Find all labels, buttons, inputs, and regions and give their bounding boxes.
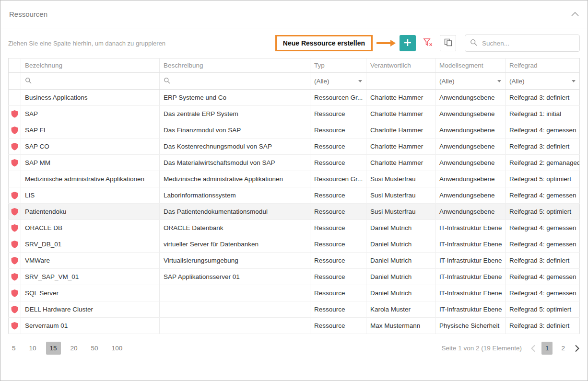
cell-modellsegment: Anwendungsebene bbox=[435, 139, 506, 155]
annotation-callout: Neue Ressource erstellen bbox=[275, 35, 373, 51]
cell-modellsegment: Anwendungsebene bbox=[435, 90, 506, 106]
cell-beschreibung bbox=[160, 318, 310, 334]
filter-verantwortlich[interactable] bbox=[366, 73, 435, 90]
cell-reifegrad: Reifegrad 4: gemessen bbox=[506, 220, 580, 236]
table-row[interactable]: Serverraum 01RessourceMax MustermannPhys… bbox=[9, 318, 580, 334]
cell-beschreibung: Medizinische administrative Applikatione… bbox=[160, 171, 310, 187]
table-row[interactable]: SQL ServerRessourceDaniel MutrichIT-Infr… bbox=[9, 285, 580, 301]
cell-verantwortlich: Charlotte Hammer bbox=[366, 90, 435, 106]
row-type-cell bbox=[9, 269, 21, 285]
column-header-reifegrad[interactable]: Reifegrad bbox=[506, 58, 580, 73]
prev-page-icon[interactable] bbox=[530, 345, 536, 352]
table-row[interactable]: DELL Hardware ClusterRessourceKarola Mus… bbox=[9, 301, 580, 318]
row-type-cell bbox=[9, 187, 21, 204]
table-row[interactable]: ORACLE DBORACLE DatenbankRessourceDaniel… bbox=[9, 220, 580, 236]
row-type-cell bbox=[9, 155, 21, 171]
page-number[interactable]: 1 bbox=[541, 342, 553, 355]
column-header-typ[interactable]: Typ bbox=[310, 58, 366, 73]
table-row[interactable]: SAPDas zentrale ERP SystemRessourceCharl… bbox=[9, 106, 580, 122]
cell-reifegrad: Reifegrad 3: definiert bbox=[506, 90, 580, 106]
cell-beschreibung: SAP Applikationsserver 01 bbox=[160, 269, 310, 285]
column-chooser-icon bbox=[444, 38, 453, 48]
shield-icon bbox=[11, 142, 18, 150]
table-row[interactable]: Medizinische administrative Applikatione… bbox=[9, 171, 580, 187]
column-header-bezeichnung[interactable]: Bezeichnung bbox=[21, 58, 160, 73]
page-numbers: 12 bbox=[541, 342, 569, 355]
page-size-option[interactable]: 100 bbox=[108, 342, 127, 355]
shield-icon bbox=[11, 240, 18, 248]
filter-select-modellsegment[interactable]: (Alle) bbox=[435, 73, 506, 90]
table-row[interactable]: SRV_SAP_VM_01SAP Applikationsserver 01Re… bbox=[9, 269, 580, 285]
row-type-cell bbox=[9, 171, 21, 187]
cell-modellsegment: IT-Infrastruktur Ebene bbox=[435, 301, 506, 318]
table-row[interactable]: SAP CODas Kostenrechnungsmodul von SAPRe… bbox=[9, 139, 580, 155]
column-header-beschreibung[interactable]: Beschreibung bbox=[160, 58, 310, 73]
row-type-cell bbox=[9, 139, 21, 155]
cell-modellsegment: IT-Infrastruktur Ebene bbox=[435, 253, 506, 269]
page-size-option[interactable]: 5 bbox=[8, 342, 20, 355]
collapse-panel-icon[interactable] bbox=[571, 12, 579, 16]
cell-bezeichnung: LIS bbox=[21, 187, 160, 204]
page-size-option[interactable]: 10 bbox=[25, 342, 40, 355]
add-resource-button[interactable] bbox=[400, 35, 416, 51]
filter-input-bezeichnung[interactable] bbox=[21, 73, 160, 90]
cell-bezeichnung: SAP bbox=[21, 106, 160, 122]
table-row[interactable]: Business ApplicationsERP Systeme und CoR… bbox=[9, 90, 580, 106]
cell-reifegrad: Reifegrad 5: optimiert bbox=[506, 301, 580, 318]
shield-icon bbox=[11, 110, 18, 118]
clear-filter-icon bbox=[423, 38, 433, 48]
column-header-verantwortlich[interactable]: Verantwortlich bbox=[366, 58, 435, 73]
filter-value: (Alle) bbox=[509, 78, 525, 85]
page-number[interactable]: 2 bbox=[557, 342, 569, 355]
cell-typ: Ressource bbox=[310, 106, 366, 122]
cell-reifegrad: Reifegrad 5: optimiert bbox=[506, 204, 580, 220]
cell-reifegrad: Reifegrad 3: definiert bbox=[506, 318, 580, 334]
table-row[interactable]: PatientendokuDas Patientendokumentations… bbox=[9, 204, 580, 220]
table-row[interactable]: SAP MMDas Materialwirtschaftsmodul von S… bbox=[9, 155, 580, 171]
column-chooser-button[interactable] bbox=[440, 35, 456, 51]
search-box[interactable] bbox=[465, 35, 580, 52]
cell-modellsegment: IT-Infrastruktur Ebene bbox=[435, 236, 506, 253]
cell-typ: Ressourcen Gr... bbox=[310, 171, 366, 187]
filter-input-beschreibung[interactable] bbox=[160, 73, 310, 90]
page-size-option[interactable]: 15 bbox=[46, 342, 61, 355]
table-row[interactable]: SRV_DB_01virtueller Server für Datenbank… bbox=[9, 236, 580, 253]
cell-reifegrad: Reifegrad 3: definiert bbox=[506, 139, 580, 155]
next-page-icon[interactable] bbox=[575, 345, 580, 352]
cell-bezeichnung: VMWare bbox=[21, 253, 160, 269]
filter-select-reifegrad[interactable]: (Alle) bbox=[506, 73, 580, 90]
page-size-option[interactable]: 20 bbox=[67, 342, 82, 355]
chevron-down-icon bbox=[358, 80, 362, 82]
page-size-selector: 510152050100 bbox=[8, 342, 126, 355]
cell-beschreibung: Das Materialwirtschaftsmodul von SAP bbox=[160, 155, 310, 171]
table-row[interactable]: VMWareVirtualisierungsumgebungRessourceD… bbox=[9, 253, 580, 269]
search-input[interactable] bbox=[481, 39, 575, 47]
cell-modellsegment: IT-Infrastruktur Ebene bbox=[435, 269, 506, 285]
table-row[interactable]: LISLaborinformationssystemRessourceSusi … bbox=[9, 187, 580, 204]
cell-beschreibung: Laborinformationssystem bbox=[160, 187, 310, 204]
shield-icon bbox=[11, 224, 18, 232]
cell-typ: Ressource bbox=[310, 236, 366, 253]
cell-verantwortlich: Susi Musterfrau bbox=[366, 204, 435, 220]
column-header-row: Bezeichnung Beschreibung Typ Verantwortl… bbox=[9, 58, 580, 73]
group-panel-hint: Ziehen Sie eine Spalte hierhin, um danac… bbox=[8, 40, 165, 47]
row-type-cell bbox=[9, 285, 21, 301]
filter-value: (Alle) bbox=[439, 78, 455, 85]
cell-modellsegment: Physische Sicherheit bbox=[435, 318, 506, 334]
icon-column-header bbox=[9, 58, 21, 73]
page-size-option[interactable]: 50 bbox=[87, 342, 102, 355]
cell-bezeichnung: Medizinische administrative Applikatione… bbox=[21, 171, 160, 187]
filter-select-typ[interactable]: (Alle) bbox=[310, 73, 366, 90]
cell-verantwortlich: Charlotte Hammer bbox=[366, 122, 435, 139]
table-row[interactable]: SAP FIDas Finanzmodul von SAPRessourceCh… bbox=[9, 122, 580, 139]
cell-modellsegment: Anwendungsebene bbox=[435, 155, 506, 171]
resources-table: Bezeichnung Beschreibung Typ Verantwortl… bbox=[8, 58, 580, 334]
column-header-modellsegment[interactable]: Modellsegment bbox=[435, 58, 506, 73]
resources-panel: Ressourcen Ziehen Sie eine Spalte hierhi… bbox=[0, 0, 588, 381]
shield-icon bbox=[11, 256, 18, 265]
cell-modellsegment: IT-Infrastruktur Ebene bbox=[435, 220, 506, 236]
cell-typ: Ressource bbox=[310, 155, 366, 171]
pager-info: Seite 1 von 2 (19 Elemente) bbox=[442, 345, 522, 352]
annotation-arrow-icon bbox=[376, 40, 396, 46]
clear-filter-button[interactable] bbox=[420, 35, 436, 51]
